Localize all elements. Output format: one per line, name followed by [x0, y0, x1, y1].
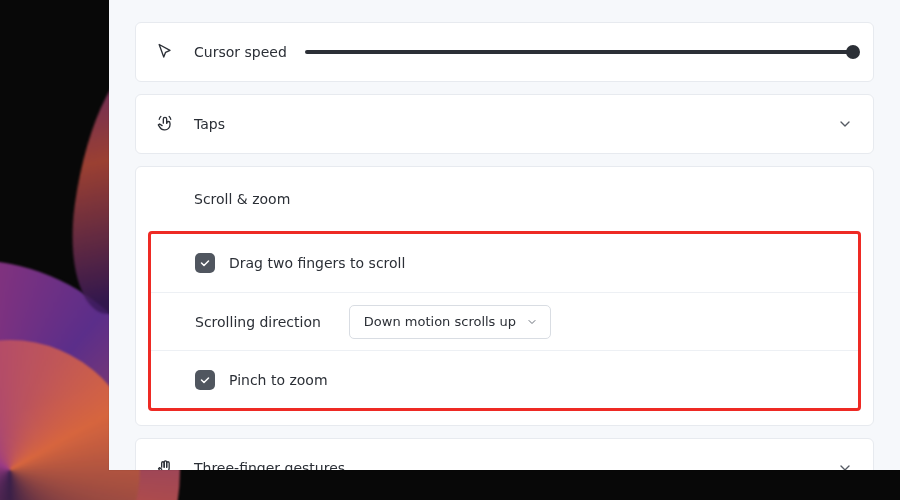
scroll-zoom-header[interactable]: Scroll & zoom	[136, 167, 873, 231]
scrolling-direction-dropdown[interactable]: Down motion scrolls up	[349, 305, 551, 339]
drag-two-fingers-row: Drag two fingers to scroll	[151, 234, 858, 292]
taps-label: Taps	[194, 116, 225, 132]
cursor-icon	[154, 41, 176, 63]
three-finger-card[interactable]: Three-finger gestures	[135, 438, 874, 470]
three-finger-label: Three-finger gestures	[194, 460, 345, 470]
drag-two-fingers-label: Drag two fingers to scroll	[229, 255, 405, 271]
cursor-speed-slider[interactable]	[305, 45, 853, 59]
scrolling-direction-row: Scrolling direction Down motion scrolls …	[151, 292, 858, 350]
chevron-down-icon	[837, 116, 853, 132]
pinch-to-zoom-row: Pinch to zoom	[151, 350, 858, 408]
scroll-zoom-title: Scroll & zoom	[194, 191, 290, 207]
three-finger-icon	[154, 457, 176, 470]
pinch-to-zoom-label: Pinch to zoom	[229, 372, 328, 388]
scroll-zoom-body-highlight: Drag two fingers to scroll Scrolling dir…	[148, 231, 861, 411]
taps-card[interactable]: Taps	[135, 94, 874, 154]
tap-icon	[154, 113, 176, 135]
cursor-speed-card: Cursor speed	[135, 22, 874, 82]
cursor-speed-row: Cursor speed	[136, 23, 873, 81]
scrolling-direction-label: Scrolling direction	[195, 314, 321, 330]
drag-two-fingers-checkbox[interactable]	[195, 253, 215, 273]
chevron-down-icon	[526, 316, 538, 328]
cursor-speed-label: Cursor speed	[194, 44, 287, 60]
pinch-to-zoom-checkbox[interactable]	[195, 370, 215, 390]
scroll-zoom-card: Scroll & zoom Drag two fingers to scroll…	[135, 166, 874, 426]
chevron-down-icon	[837, 460, 853, 470]
settings-panel: Cursor speed Taps	[109, 0, 900, 470]
scrolling-direction-value: Down motion scrolls up	[364, 314, 516, 329]
